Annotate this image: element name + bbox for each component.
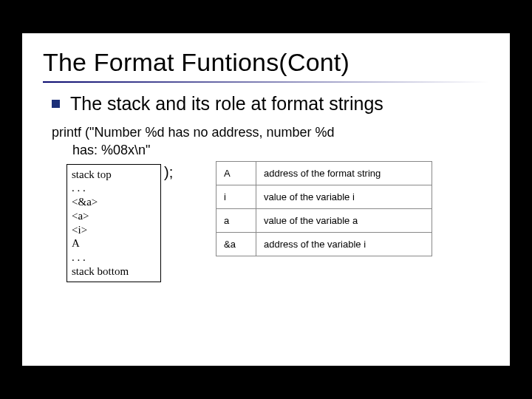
lower-area: ); stack top . . . <&a> <a> <i> A . . . … (22, 164, 510, 304)
stack-line: . . . (72, 250, 156, 265)
stack-line: . . . (72, 181, 156, 195)
table-row: A address of the format string (216, 161, 432, 185)
slide: The Format Funtions(Cont) The stack and … (22, 33, 510, 366)
title-underline (43, 81, 489, 83)
table-row: i value of the variable i (216, 185, 432, 208)
table-row: a value of the variable a (216, 208, 432, 232)
legend-value: address of the format string (256, 161, 432, 185)
code-snippet: printf ("Number %d has no address, numbe… (22, 120, 510, 160)
legend-value: value of the variable a (256, 208, 432, 232)
bullet-item: The stack and its role at format strings (22, 90, 510, 120)
legend-value: address of the variable i (256, 232, 432, 256)
legend-key: a (216, 208, 256, 232)
legend-key: i (216, 185, 256, 208)
legend-key: A (216, 161, 256, 185)
legend-value: value of the variable i (256, 185, 432, 208)
stack-line: stack top (72, 168, 156, 182)
stack-line: <i> (72, 223, 156, 237)
table-row: &a address of the variable i (216, 232, 432, 256)
bullet-text: The stack and its role at format strings (70, 93, 383, 115)
code-fragment-paren: ); (164, 164, 173, 181)
code-line-1: printf ("Number %d has no address, numbe… (52, 123, 489, 141)
legend-table: A address of the format string i value o… (216, 161, 432, 256)
stack-line: A (72, 236, 156, 250)
legend-key: &a (216, 232, 256, 256)
stack-line: stack bottom (72, 265, 156, 279)
stack-line: <a> (72, 209, 156, 223)
code-line-2: has: %08x\n" (52, 141, 489, 159)
square-bullet-icon (52, 100, 60, 108)
page-title: The Format Funtions(Cont) (22, 33, 510, 81)
stack-diagram: stack top . . . <&a> <a> <i> A . . . sta… (66, 164, 161, 282)
stack-line: <&a> (72, 195, 156, 209)
